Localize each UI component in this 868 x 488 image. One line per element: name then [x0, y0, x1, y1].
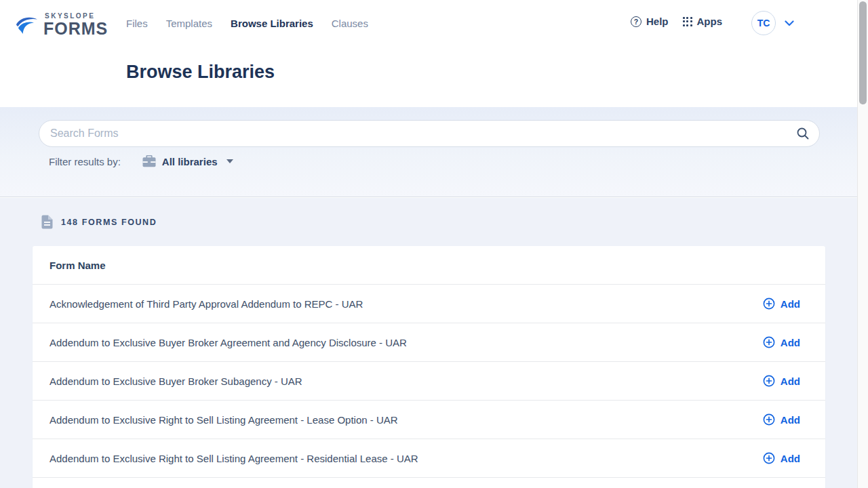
- results-summary: 148 FORMS FOUND: [41, 215, 157, 229]
- help-label: Help: [646, 16, 669, 27]
- header-tools: ? Help Apps: [631, 16, 722, 27]
- library-filter-value: All libraries: [162, 156, 218, 167]
- search-filter-section: Filter results by: All libraries: [0, 107, 857, 197]
- chevron-down-icon[interactable]: [785, 20, 794, 26]
- table-row: Addendum to Exclusive Right to Sell List…: [33, 401, 825, 439]
- form-name: Addendum to Exclusive Buyer Broker Subag…: [50, 375, 302, 387]
- table-row: Addendum to Exclusive Right to Sell List…: [33, 439, 825, 478]
- table-row-partial: [33, 478, 825, 487]
- table-row: Acknowledgement of Third Party Approval …: [33, 285, 825, 323]
- avatar[interactable]: TC: [751, 11, 776, 35]
- add-form-button[interactable]: Add: [763, 375, 800, 387]
- add-label: Add: [781, 414, 800, 426]
- page-scrollbar[interactable]: [857, 0, 868, 488]
- circle-plus-icon: [763, 336, 775, 348]
- app-window: SKYSLOPE FORMS Files Templates Browse Li…: [0, 0, 857, 488]
- filter-label: Filter results by:: [49, 156, 121, 167]
- primary-nav: Files Templates Browse Libraries Clauses: [126, 18, 368, 29]
- table-row: Addendum to Exclusive Buyer Broker Subag…: [33, 362, 825, 401]
- add-label: Add: [781, 337, 800, 348]
- help-icon: ?: [631, 16, 642, 27]
- caret-down-icon: [226, 159, 233, 163]
- form-name-column-header: Form Name: [50, 260, 106, 271]
- logo-forms-label: FORMS: [43, 20, 108, 37]
- help-button[interactable]: ? Help: [631, 16, 669, 27]
- filter-row: Filter results by: All libraries: [49, 155, 233, 167]
- table-header-row: Form Name: [33, 246, 825, 285]
- search-wrap: [39, 120, 820, 147]
- apps-button[interactable]: Apps: [683, 16, 723, 27]
- circle-plus-icon: [763, 375, 775, 387]
- nav-item-templates[interactable]: Templates: [166, 18, 212, 29]
- library-filter-dropdown[interactable]: All libraries: [142, 155, 233, 167]
- nav-item-browse-libraries[interactable]: Browse Libraries: [231, 18, 313, 29]
- briefcase-icon: [142, 155, 156, 167]
- add-form-button[interactable]: Add: [763, 336, 800, 348]
- circle-plus-icon: [763, 452, 775, 464]
- add-form-button[interactable]: Add: [763, 452, 800, 464]
- account-menu[interactable]: TC: [751, 11, 794, 35]
- circle-plus-icon: [763, 298, 775, 310]
- add-form-button[interactable]: Add: [763, 298, 800, 310]
- circle-plus-icon: [763, 413, 775, 426]
- nav-item-files[interactable]: Files: [126, 18, 148, 29]
- add-label: Add: [781, 375, 800, 387]
- skyslope-swoosh-icon: [15, 14, 42, 41]
- nav-item-clauses[interactable]: Clauses: [332, 18, 368, 29]
- apps-grid-icon: [683, 17, 692, 26]
- document-icon: [41, 215, 53, 229]
- form-name: Addendum to Exclusive Right to Sell List…: [50, 414, 398, 426]
- add-label: Add: [781, 298, 800, 310]
- skyslope-forms-logo[interactable]: SKYSLOPE FORMS: [15, 12, 108, 41]
- add-label: Add: [781, 453, 800, 464]
- logo-text: SKYSLOPE FORMS: [43, 12, 108, 37]
- forms-table-card: Form Name Acknowledgement of Third Party…: [33, 246, 825, 488]
- results-count: 148 FORMS FOUND: [61, 218, 157, 227]
- content-area: 148 FORMS FOUND Form Name Acknowledgemen…: [0, 198, 857, 488]
- add-form-button[interactable]: Add: [763, 413, 800, 426]
- form-name: Acknowledgement of Third Party Approval …: [50, 298, 363, 310]
- form-name: Addendum to Exclusive Right to Sell List…: [50, 453, 418, 464]
- apps-label: Apps: [697, 16, 723, 27]
- top-header: SKYSLOPE FORMS Files Templates Browse Li…: [0, 0, 857, 107]
- search-input[interactable]: [39, 120, 820, 147]
- scrollbar-thumb[interactable]: [859, 1, 867, 104]
- search-icon[interactable]: [795, 126, 810, 141]
- table-row: Addendum to Exclusive Buyer Broker Agree…: [33, 323, 825, 362]
- form-name: Addendum to Exclusive Buyer Broker Agree…: [50, 337, 407, 348]
- page-title: Browse Libraries: [126, 62, 275, 83]
